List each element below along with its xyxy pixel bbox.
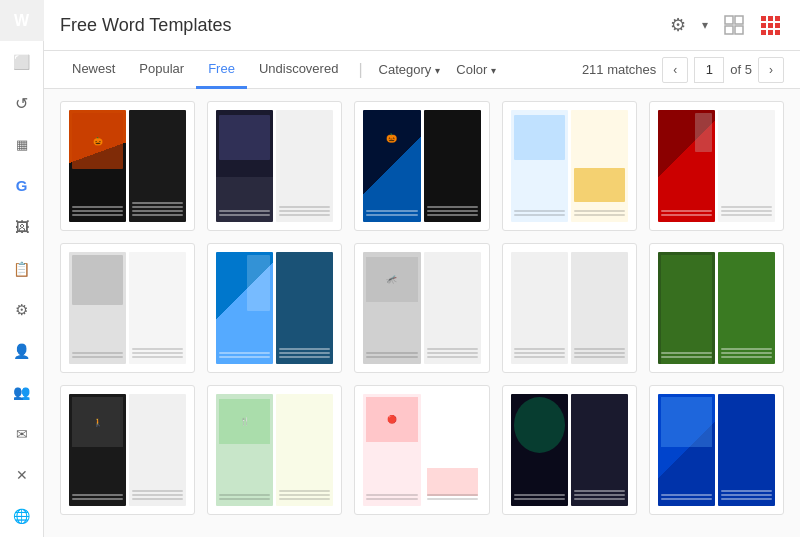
template-card[interactable] — [502, 385, 637, 515]
tab-popular[interactable]: Popular — [127, 51, 196, 89]
dropdown-chevron-icon: ▾ — [702, 18, 708, 32]
header-actions: ⚙ ▾ — [666, 10, 784, 40]
close-icon: ✕ — [16, 467, 28, 483]
sidebar-item-w[interactable]: W — [0, 0, 44, 41]
people-icon: 👥 — [13, 384, 30, 400]
template-card[interactable]: 🍴 — [207, 385, 342, 515]
sidebar-item-people[interactable]: 👥 — [0, 372, 44, 413]
dropdown-button[interactable]: ▾ — [698, 14, 712, 36]
template-card[interactable] — [502, 101, 637, 231]
settings-button[interactable]: ⚙ — [666, 10, 690, 40]
template-card[interactable] — [207, 243, 342, 373]
tab-undiscovered[interactable]: Undiscovered — [247, 51, 351, 89]
category-chevron-icon — [435, 62, 440, 77]
total-pages: of 5 — [730, 62, 752, 77]
nav-separator: | — [350, 61, 370, 79]
sidebar-item-refresh[interactable]: ↺ — [0, 83, 44, 124]
svg-rect-0 — [725, 16, 733, 24]
category-label: Category — [379, 62, 432, 77]
nav-tabs: Newest Popular Free Undiscovered | Categ… — [44, 51, 800, 89]
svg-rect-4 — [761, 16, 766, 21]
sidebar-item-grid[interactable]: ▦ — [0, 124, 44, 165]
refresh-icon: ↺ — [15, 94, 28, 113]
template-card[interactable] — [502, 243, 637, 373]
doc-icon: 📋 — [13, 261, 30, 277]
svg-rect-12 — [775, 30, 780, 35]
pages-icon: ⬜ — [13, 54, 30, 70]
w-logo-icon: W — [14, 12, 29, 30]
page-number-input[interactable] — [694, 57, 724, 83]
sidebar-item-doc[interactable]: 📋 — [0, 248, 44, 289]
tab-free[interactable]: Free — [196, 51, 247, 89]
svg-rect-3 — [735, 26, 743, 34]
svg-rect-5 — [768, 16, 773, 21]
globe-icon: 🌐 — [13, 508, 30, 524]
svg-rect-1 — [735, 16, 743, 24]
sidebar-item-google[interactable]: G — [0, 165, 44, 206]
prev-page-button[interactable]: ‹ — [662, 57, 688, 83]
sidebar-item-person[interactable]: 👤 — [0, 331, 44, 372]
template-grid: 🎃 — [60, 101, 784, 515]
page-title: Free Word Templates — [60, 15, 666, 36]
grid-inactive-icon — [724, 15, 744, 35]
grid-active-button[interactable] — [756, 11, 784, 39]
grid-active-icon — [760, 15, 780, 35]
google-icon: G — [16, 177, 28, 194]
sidebar-item-globe[interactable]: 🌐 — [0, 496, 44, 537]
sidebar-item-pages[interactable]: ⬜ — [0, 41, 44, 82]
svg-rect-8 — [768, 23, 773, 28]
svg-rect-6 — [775, 16, 780, 21]
template-card[interactable]: 🎃 — [60, 101, 195, 231]
template-card[interactable]: 🎃 — [354, 101, 489, 231]
template-card[interactable] — [207, 101, 342, 231]
mail-icon: ✉ — [16, 426, 28, 442]
template-card[interactable]: 🚶 — [60, 385, 195, 515]
next-page-button[interactable]: › — [758, 57, 784, 83]
template-card[interactable] — [649, 385, 784, 515]
svg-rect-7 — [761, 23, 766, 28]
category-dropdown[interactable]: Category — [371, 52, 449, 87]
grid-view-button[interactable] — [720, 11, 748, 39]
template-card[interactable] — [60, 243, 195, 373]
color-label: Color — [456, 62, 487, 77]
matches-count: 211 matches — [582, 62, 656, 77]
main-content: Free Word Templates ⚙ ▾ — [44, 0, 800, 537]
sidebar-item-mail[interactable]: ✉ — [0, 413, 44, 454]
sidebar-item-close[interactable]: ✕ — [0, 454, 44, 495]
svg-rect-9 — [775, 23, 780, 28]
template-card[interactable]: 🔴 — [354, 385, 489, 515]
template-card[interactable] — [649, 101, 784, 231]
svg-rect-10 — [761, 30, 766, 35]
settings-icon: ⚙ — [15, 301, 28, 319]
grid-icon: ▦ — [16, 137, 27, 152]
svg-rect-2 — [725, 26, 733, 34]
settings-gear-icon: ⚙ — [670, 14, 686, 36]
tab-newest[interactable]: Newest — [60, 51, 127, 89]
sidebar-item-image[interactable]: 🖼 — [0, 207, 44, 248]
sidebar-item-settings[interactable]: ⚙ — [0, 289, 44, 330]
template-card[interactable] — [649, 243, 784, 373]
template-card[interactable]: 🦟 — [354, 243, 489, 373]
sidebar: W ⬜ ↺ ▦ G 🖼 📋 ⚙ 👤 👥 ✉ ✕ 🌐 — [0, 0, 44, 537]
svg-rect-11 — [768, 30, 773, 35]
color-chevron-icon — [491, 62, 496, 77]
color-dropdown[interactable]: Color — [448, 52, 504, 87]
person-icon: 👤 — [13, 343, 30, 359]
header: Free Word Templates ⚙ ▾ — [44, 0, 800, 51]
image-icon: 🖼 — [15, 219, 29, 235]
pagination: 211 matches ‹ of 5 › — [582, 57, 784, 83]
content-area: 🎃 — [44, 89, 800, 537]
